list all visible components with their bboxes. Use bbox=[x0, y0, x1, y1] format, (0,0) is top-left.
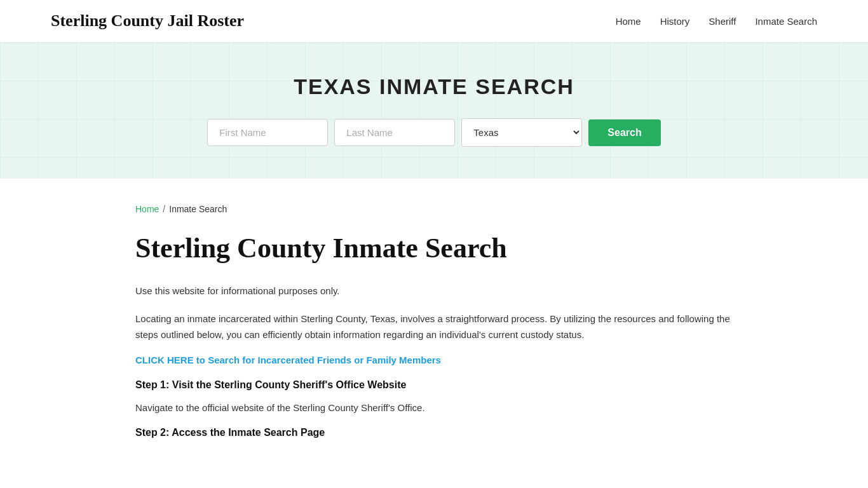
nav-sheriff[interactable]: Sheriff bbox=[709, 16, 736, 27]
step1-heading: Step 1: Visit the Sterling County Sherif… bbox=[135, 379, 733, 391]
cta-link[interactable]: CLICK HERE to Search for Incarcerated Fr… bbox=[135, 355, 733, 365]
last-name-input[interactable] bbox=[334, 119, 455, 146]
hero-section: TEXAS INMATE SEARCH Texas Search bbox=[0, 43, 868, 179]
search-form: Texas Search bbox=[13, 118, 855, 147]
site-header: Sterling County Jail Roster Home History… bbox=[0, 0, 868, 43]
main-nav: Home History Sheriff Inmate Search bbox=[616, 16, 817, 27]
breadcrumb-separator: / bbox=[163, 204, 165, 214]
intro-text: Locating an inmate incarcerated within S… bbox=[135, 311, 733, 343]
site-title: Sterling County Jail Roster bbox=[51, 11, 244, 30]
nav-inmate-search[interactable]: Inmate Search bbox=[755, 16, 817, 27]
step2-heading: Step 2: Access the Inmate Search Page bbox=[135, 427, 733, 438]
hero-title: TEXAS INMATE SEARCH bbox=[13, 74, 855, 99]
state-select[interactable]: Texas bbox=[461, 118, 582, 147]
nav-home[interactable]: Home bbox=[616, 16, 641, 27]
disclaimer-text: Use this website for informational purpo… bbox=[135, 283, 733, 299]
first-name-input[interactable] bbox=[207, 119, 328, 146]
search-button[interactable]: Search bbox=[588, 119, 660, 146]
step1-text: Navigate to the official website of the … bbox=[135, 400, 733, 416]
breadcrumb-current: Inmate Search bbox=[169, 204, 227, 214]
nav-history[interactable]: History bbox=[660, 16, 690, 27]
main-content: Home / Inmate Search Sterling County Inm… bbox=[85, 179, 783, 485]
breadcrumb: Home / Inmate Search bbox=[135, 204, 733, 214]
page-heading: Sterling County Inmate Search bbox=[135, 233, 733, 264]
breadcrumb-home[interactable]: Home bbox=[135, 204, 159, 214]
